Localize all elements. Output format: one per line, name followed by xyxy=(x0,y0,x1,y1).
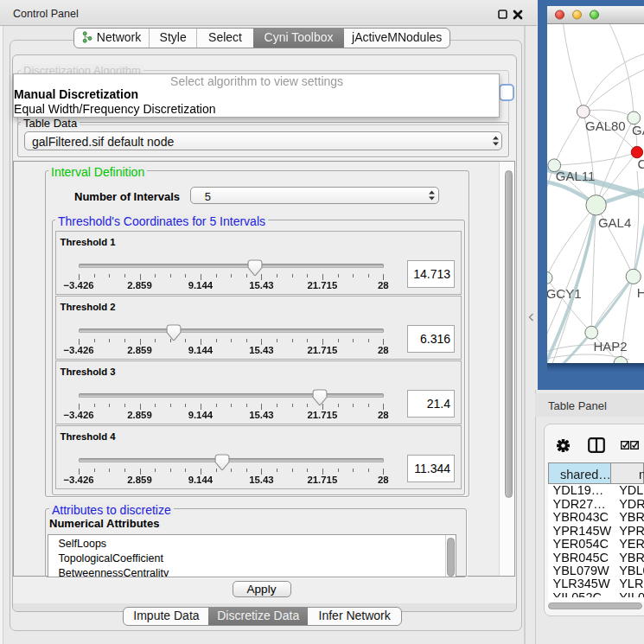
svg-text:GAL4: GAL4 xyxy=(598,214,631,229)
svg-text:GAL80: GAL80 xyxy=(585,118,626,132)
svg-text:H: H xyxy=(637,284,644,299)
svg-text:GA: GA xyxy=(632,122,644,137)
svg-text:C: C xyxy=(638,156,644,170)
svg-text:GCY1: GCY1 xyxy=(547,285,582,300)
svg-text:HAP2: HAP2 xyxy=(593,338,627,353)
svg-text:GAL11: GAL11 xyxy=(556,168,596,182)
